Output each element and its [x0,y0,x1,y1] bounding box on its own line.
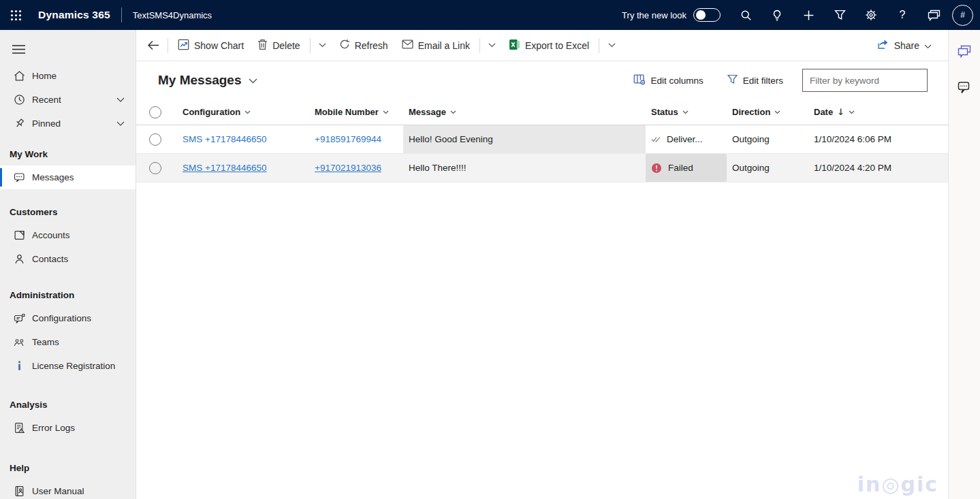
column-header-direction[interactable]: Direction [727,99,808,125]
mobile-number-link[interactable]: +917021913036 [315,163,381,173]
sort-descending-icon: ↓ [837,107,844,117]
email-dropdown-chevron-icon[interactable] [483,34,502,57]
sidebar-item-teams[interactable]: Teams [0,330,136,354]
gear-icon[interactable] [855,0,887,30]
message-cell[interactable]: Hello! Good Evening [403,125,646,153]
sidebar-item-label: Accounts [32,230,70,240]
back-button[interactable] [142,34,165,57]
command-separator [479,38,480,53]
lightbulb-icon[interactable] [761,0,793,30]
comments-chat-icon[interactable] [955,78,975,97]
environment-name[interactable]: TextSMS4Dynamics [133,10,212,20]
status-cell[interactable]: Deliver... [646,125,727,153]
right-tool-rail [948,30,980,499]
chevron-down-icon [383,110,389,114]
copilot-chat-icon[interactable] [955,42,975,61]
sidebar-item-error-logs[interactable]: Error Logs [0,416,136,440]
direction-cell[interactable]: Outgoing [727,154,808,182]
configuration-link[interactable]: SMS +17178446650 [183,163,266,173]
message-icon [14,172,25,183]
column-header-date[interactable]: Date ↓ [808,99,930,125]
row-checkbox[interactable] [149,133,161,146]
sidebar-item-label: Error Logs [32,423,75,433]
sidebar-item-label: User Manual [32,486,84,496]
share-button[interactable]: Share [870,34,938,57]
date-cell[interactable]: 1/10/2024 4:20 PM [808,154,930,182]
refresh-button[interactable]: Refresh [332,34,395,57]
try-new-look-label: Try the new look [622,10,686,20]
sidebar-item-accounts[interactable]: Accounts [0,223,136,247]
teams-icon [14,336,25,348]
sidebar-item-label: Recent [32,95,61,105]
filter-by-keyword-input[interactable] [802,69,928,92]
date-cell[interactable]: 1/10/2024 6:06 PM [808,125,930,153]
sidebar-item-home[interactable]: Home [0,64,136,88]
app-title[interactable]: Dynamics 365 [38,9,110,21]
feedback-chat-icon[interactable] [918,0,949,30]
sidebar-item-label: Configurations [32,313,91,323]
search-icon[interactable] [730,0,761,30]
user-manual-icon [14,485,25,497]
column-header-status[interactable]: Status [646,99,727,125]
status-cell[interactable]: Failed [646,154,727,182]
column-header-message[interactable]: Message [403,99,646,125]
view-header: My Messages Edit columns Edit filters [136,61,948,99]
chevron-down-icon [682,110,689,114]
help-icon[interactable]: ? [887,0,918,30]
email-icon [402,39,413,51]
select-all-checkbox[interactable] [149,106,161,118]
new-look-toggle[interactable] [693,8,721,22]
trash-icon [257,39,268,52]
export-to-excel-button[interactable]: Export to Excel [502,34,596,57]
toggle-knob [696,10,706,20]
share-chevron-icon [924,40,932,51]
email-a-link-button[interactable]: Email a Link [395,34,477,57]
sidebar-item-configurations[interactable]: Configurations [0,306,136,330]
configuration-link[interactable]: SMS +17178446650 [183,134,266,144]
delete-dropdown-chevron-icon[interactable] [313,34,332,57]
edit-columns-icon [633,74,646,87]
edit-filters-button[interactable]: Edit filters [720,69,790,92]
sidebar-item-contacts[interactable]: Contacts [0,247,136,271]
sidebar-item-license-registration[interactable]: License Registration [0,354,136,378]
chevron-down-icon[interactable] [116,97,125,102]
row-checkbox[interactable] [149,162,161,174]
sidebar-item-recent[interactable]: Recent [0,88,136,112]
excel-dropdown-chevron-icon[interactable] [602,34,621,57]
table-row[interactable]: SMS +17178446650 +917021913036 Hello The… [136,154,948,182]
chevron-down-icon[interactable] [116,121,125,126]
command-bar: Show Chart Delete Refresh [136,30,948,61]
sidebar-item-user-manual[interactable]: User Manual [0,479,136,499]
message-cell[interactable]: Hello There!!!! [403,154,646,182]
plus-icon[interactable] [793,0,824,30]
sidebar-item-messages[interactable]: Messages [0,165,136,189]
chevron-down-icon [774,110,780,114]
column-header-mobile-number[interactable]: Mobile Number [309,99,403,125]
show-chart-button[interactable]: Show Chart [171,34,251,57]
column-header-configuration[interactable]: Configuration [177,99,309,125]
account-avatar[interactable]: # [952,5,973,26]
hamburger-menu-icon[interactable] [7,38,30,60]
sidebar-item-label: Teams [32,337,59,347]
top-navigation-bar: Dynamics 365 TextSMS4Dynamics Try the ne… [0,0,980,30]
sidebar-section-help: Help [0,460,136,475]
waffle-menu-icon[interactable] [4,3,27,27]
home-icon [14,70,25,82]
edit-columns-button[interactable]: Edit columns [627,69,710,92]
filter-icon[interactable] [824,0,855,30]
status-text: Failed [668,163,693,173]
page-title: My Messages [158,73,242,88]
edit-filters-icon [727,74,738,86]
sidebar-section-customers: Customers [0,204,136,219]
sidebar-item-pinned[interactable]: Pinned [0,112,136,135]
sidebar-section-my-work: My Work [0,146,136,161]
contacts-icon [14,253,25,265]
delete-button[interactable]: Delete [251,34,306,57]
direction-cell[interactable]: Outgoing [727,125,808,153]
view-selector[interactable]: My Messages [158,73,257,88]
chevron-down-icon [244,110,251,114]
configuration-icon [14,312,25,324]
chevron-down-icon [450,110,456,114]
mobile-number-link[interactable]: +918591769944 [315,134,381,144]
table-row[interactable]: SMS +17178446650 +918591769944 Hello! Go… [136,125,948,154]
